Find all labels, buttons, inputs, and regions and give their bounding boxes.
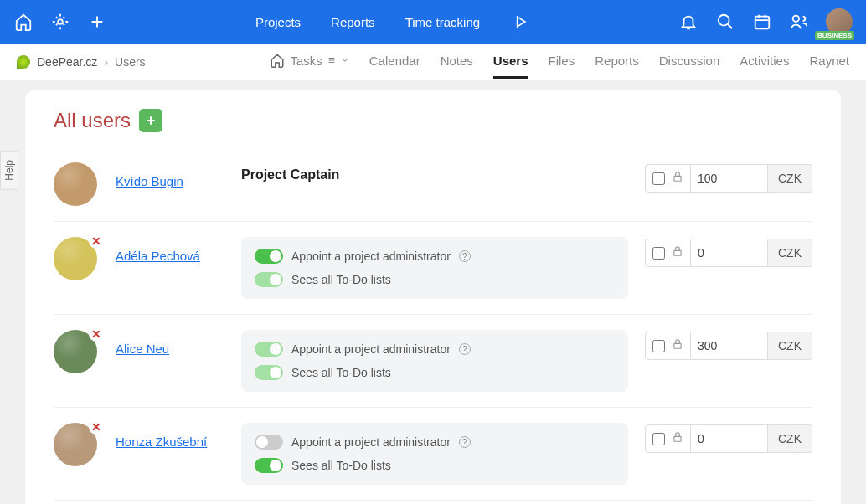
project-logo-icon	[17, 55, 30, 69]
tabs: Tasks Calendar Notes Users Files Reports…	[270, 44, 849, 79]
svg-rect-4	[674, 176, 681, 181]
perm-sees-all-label: Sees all To-Do lists	[291, 459, 391, 472]
user-name-link[interactable]: Kvído Bugin	[116, 174, 183, 188]
perm-sees-all-label: Sees all To-Do lists	[291, 273, 391, 286]
rate-input[interactable]	[691, 332, 768, 360]
svg-rect-5	[674, 250, 681, 255]
user-row: ✕Adéla PechováAppoint a project administ…	[54, 222, 812, 315]
play-icon[interactable]	[510, 12, 530, 32]
svg-point-1	[719, 15, 729, 26]
breadcrumb: DeePear.cz › Users	[17, 55, 146, 69]
topbar: Projects Reports Time tracking BUSINESS	[0, 0, 866, 44]
bell-icon[interactable]	[678, 12, 698, 32]
toggle-sees-all[interactable]	[255, 458, 283, 473]
perm-sees-all-label: Sees all To-Do lists	[291, 366, 391, 379]
tab-files[interactable]: Files	[549, 54, 575, 79]
rate-column: CZK	[645, 330, 812, 360]
subheader: DeePear.cz › Users Tasks Calendar Notes …	[0, 44, 866, 80]
tab-calendar[interactable]: Calendar	[369, 54, 420, 79]
nav-reports[interactable]: Reports	[331, 15, 375, 29]
lock-icon	[672, 171, 683, 186]
role-column: Appoint a project administrator?Sees all…	[241, 237, 645, 299]
lock-icon	[672, 431, 683, 446]
calendar-icon[interactable]	[752, 12, 772, 32]
role-column: Appoint a project administrator?Sees all…	[241, 330, 645, 392]
nav-time-tracking[interactable]: Time tracking	[405, 15, 480, 29]
perm-admin-label: Appoint a project administrator	[291, 342, 451, 356]
tab-discussion[interactable]: Discussion	[659, 54, 720, 79]
main-panel: All users Kvído BuginProject CaptainCZK✕…	[25, 90, 841, 504]
currency-label: CZK	[768, 424, 812, 453]
help-icon[interactable]: ?	[459, 250, 471, 262]
currency-label: CZK	[768, 332, 812, 360]
rate-input[interactable]	[691, 239, 768, 267]
tab-tasks[interactable]: Tasks	[270, 53, 348, 79]
rate-checkbox[interactable]	[652, 340, 665, 352]
rate-input[interactable]	[691, 424, 768, 453]
help-icon[interactable]: ?	[459, 343, 471, 355]
permissions-box: Appoint a project administrator?Sees all…	[241, 330, 628, 392]
user-row: ✕Alice NeuAppoint a project administrato…	[54, 315, 812, 408]
help-tab[interactable]: Help	[0, 151, 18, 190]
search-icon[interactable]	[715, 12, 735, 32]
rate-column: CZK	[645, 237, 812, 267]
toggle-admin[interactable]	[255, 435, 283, 450]
rate-checkbox[interactable]	[652, 172, 665, 185]
svg-rect-2	[755, 17, 770, 29]
lock-icon	[672, 338, 683, 353]
role-column: Project Captain	[241, 162, 645, 183]
breadcrumb-root[interactable]: DeePear.cz	[37, 55, 97, 69]
rate-column: CZK	[645, 423, 812, 453]
gear-icon[interactable]	[50, 12, 70, 32]
tab-users[interactable]: Users	[493, 54, 528, 79]
currency-label: CZK	[768, 239, 812, 267]
user-row: ✕Jan KuldaAppoint a project administrato…	[54, 501, 812, 504]
perm-admin-label: Appoint a project administrator	[291, 435, 451, 449]
perm-admin-label: Appoint a project administrator	[291, 249, 451, 263]
plus-icon[interactable]	[87, 12, 107, 32]
plan-badge: BUSINESS	[815, 31, 854, 40]
chevron-down-icon	[341, 56, 349, 64]
remove-user-button[interactable]: ✕	[89, 234, 104, 249]
toggle-sees-all[interactable]	[255, 272, 283, 287]
avatar-me[interactable]: BUSINESS	[826, 8, 853, 35]
add-user-button[interactable]	[139, 109, 162, 132]
list-icon	[327, 56, 336, 64]
project-captain-label: Project Captain	[241, 162, 628, 183]
user-row: Kvído BuginProject CaptainCZK	[54, 147, 812, 222]
role-column: Appoint a project administrator?Sees all…	[241, 423, 645, 485]
help-icon[interactable]: ?	[459, 436, 471, 448]
users-icon[interactable]	[789, 12, 809, 32]
permissions-box: Appoint a project administrator?Sees all…	[241, 423, 628, 485]
rate-checkbox[interactable]	[652, 247, 665, 260]
svg-point-3	[793, 16, 799, 22]
toggle-sees-all[interactable]	[255, 365, 283, 380]
svg-point-0	[58, 19, 63, 24]
page-title: All users	[54, 109, 131, 132]
toggle-admin[interactable]	[255, 249, 283, 264]
currency-label: CZK	[768, 164, 812, 193]
tab-activities[interactable]: Activities	[740, 54, 789, 79]
remove-user-button[interactable]: ✕	[89, 327, 104, 342]
tab-reports[interactable]: Reports	[595, 54, 639, 79]
user-name-link[interactable]: Alice Neu	[116, 342, 169, 356]
permissions-box: Appoint a project administrator?Sees all…	[241, 237, 628, 299]
user-name-link[interactable]: Adéla Pechová	[116, 249, 200, 263]
svg-rect-6	[674, 343, 681, 348]
breadcrumb-current: Users	[115, 55, 146, 69]
rate-input[interactable]	[691, 164, 768, 193]
chevron-right-icon: ›	[104, 55, 108, 69]
avatar[interactable]	[54, 162, 97, 206]
toggle-admin[interactable]	[255, 342, 283, 357]
home-icon[interactable]	[13, 12, 34, 32]
nav-projects[interactable]: Projects	[255, 15, 301, 29]
tab-notes[interactable]: Notes	[441, 54, 473, 79]
user-row: ✕Honza ZkušebníAppoint a project adminis…	[54, 408, 812, 501]
user-name-link[interactable]: Honza Zkušební	[116, 435, 207, 449]
remove-user-button[interactable]: ✕	[89, 419, 104, 435]
rate-checkbox[interactable]	[652, 433, 665, 445]
svg-rect-7	[674, 436, 681, 441]
tab-tasks-label: Tasks	[290, 54, 322, 68]
lock-icon	[672, 245, 683, 260]
tab-raynet[interactable]: Raynet	[809, 54, 849, 79]
